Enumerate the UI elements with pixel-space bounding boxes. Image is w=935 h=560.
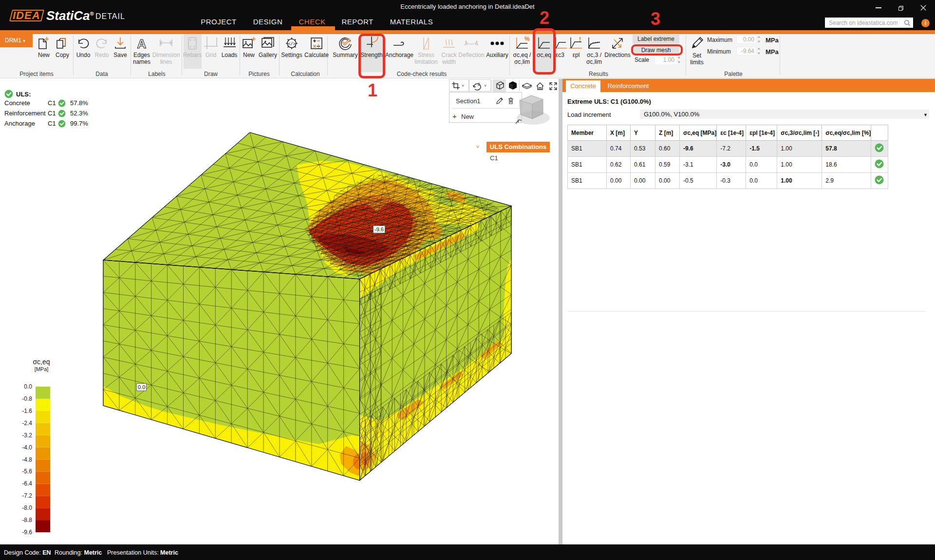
svg-text:!: ! — [579, 36, 581, 43]
svg-text:</>: </> — [288, 42, 296, 47]
svg-text:A: A — [137, 37, 147, 51]
svg-text:%: % — [524, 36, 530, 42]
svg-text:2: 2 — [478, 82, 480, 87]
